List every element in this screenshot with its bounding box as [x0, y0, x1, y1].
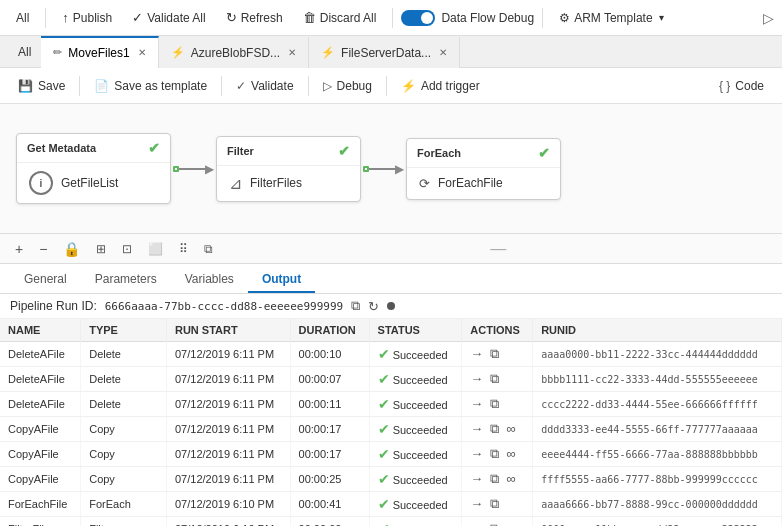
- action-sep-3: [308, 76, 309, 96]
- fit-view2-button[interactable]: ⊡: [117, 240, 137, 258]
- grid-mode-button[interactable]: ⠿: [174, 240, 193, 258]
- publish-button[interactable]: ↑ Publish: [54, 6, 120, 29]
- action-view-7[interactable]: →: [470, 521, 483, 526]
- cell-name-1: DeleteAFile: [0, 367, 81, 392]
- node-get-metadata[interactable]: Get Metadata ✔ i GetFileList: [16, 133, 171, 204]
- save-button[interactable]: 💾 Save: [8, 74, 75, 98]
- discard-all-button[interactable]: 🗑 Discard All: [295, 6, 385, 29]
- cell-duration-1: 00:00:07: [290, 367, 369, 392]
- tab-parameters[interactable]: Parameters: [81, 267, 171, 293]
- status-success-icon: ✔: [378, 471, 390, 487]
- cell-type-7: Filter: [81, 517, 167, 527]
- action-copy-0[interactable]: ⧉: [490, 346, 499, 361]
- refresh-label: Refresh: [241, 11, 283, 25]
- refresh-run-icon[interactable]: ↻: [368, 299, 379, 314]
- node-filter[interactable]: Filter ✔ ⊿ FilterFiles: [216, 136, 361, 202]
- save-as-template-button[interactable]: 📄 Save as template: [84, 74, 217, 98]
- node-filter-check: ✔: [338, 143, 350, 159]
- action-view-0[interactable]: →: [470, 346, 483, 361]
- cell-actions-7[interactable]: → ⧉: [462, 517, 533, 527]
- refresh-button[interactable]: ↻ Refresh: [218, 6, 291, 29]
- separator2: [392, 8, 393, 28]
- node-get-metadata-title: Get Metadata: [27, 142, 96, 154]
- cell-status-5: ✔ Succeeded: [369, 467, 462, 492]
- all-button[interactable]: All: [8, 7, 37, 29]
- action-copy-6[interactable]: ⧉: [490, 496, 499, 511]
- code-button[interactable]: { } Code: [709, 74, 774, 98]
- action-copy-5[interactable]: ⧉: [490, 471, 499, 486]
- validate-button[interactable]: ✓ Validate: [226, 74, 303, 98]
- data-flow-debug-toggle[interactable]: Data Flow Debug: [401, 10, 534, 26]
- drag-handle-icon: —: [490, 240, 506, 258]
- validate-all-button[interactable]: ✓ Validate All: [124, 6, 213, 29]
- zoom-out-button[interactable]: −: [34, 239, 52, 259]
- add-trigger-button[interactable]: ⚡ Add trigger: [391, 74, 490, 98]
- action-copy-2[interactable]: ⧉: [490, 396, 499, 411]
- tab-azureblob-close[interactable]: ✕: [288, 47, 296, 58]
- action-view-1[interactable]: →: [470, 371, 483, 386]
- status-success-icon: ✔: [378, 371, 390, 387]
- tab-fileserver[interactable]: ⚡ FileServerData... ✕: [309, 36, 460, 68]
- all-tab[interactable]: All: [8, 36, 41, 68]
- canvas-handle: —: [224, 240, 772, 258]
- cell-run-start-2: 07/12/2019 6:11 PM: [166, 392, 290, 417]
- tab-general[interactable]: General: [10, 267, 81, 293]
- zoom-in-button[interactable]: +: [10, 239, 28, 259]
- tab-variables[interactable]: Variables: [171, 267, 248, 293]
- action-loop-3[interactable]: ∞: [506, 421, 515, 436]
- connector-2: ▶: [363, 162, 404, 176]
- cell-actions-2[interactable]: → ⧉: [462, 392, 533, 417]
- cell-status-1: ✔ Succeeded: [369, 367, 462, 392]
- action-sep-1: [79, 76, 80, 96]
- debug-button[interactable]: ▷ Debug: [313, 74, 382, 98]
- action-view-4[interactable]: →: [470, 446, 483, 461]
- action-copy-1[interactable]: ⧉: [490, 371, 499, 386]
- lock-button[interactable]: 🔒: [58, 239, 85, 259]
- table-row: FilterFiles Filter 07/12/2019 6:10 PM 00…: [0, 517, 782, 527]
- cell-actions-5[interactable]: → ⧉ ∞: [462, 467, 533, 492]
- action-view-5[interactable]: →: [470, 471, 483, 486]
- select-mode-button[interactable]: ⬜: [143, 240, 168, 258]
- action-view-6[interactable]: →: [470, 496, 483, 511]
- tab-movefiles[interactable]: ✏ MoveFiles1 ✕: [41, 36, 158, 68]
- cell-actions-1[interactable]: → ⧉: [462, 367, 533, 392]
- status-success-icon: ✔: [378, 396, 390, 412]
- compress-mode-button[interactable]: ⧉: [199, 240, 218, 258]
- tab-fileserver-close[interactable]: ✕: [439, 47, 447, 58]
- cell-actions-6[interactable]: → ⧉: [462, 492, 533, 517]
- cell-actions-3[interactable]: → ⧉ ∞: [462, 417, 533, 442]
- tab-azureblob[interactable]: ⚡ AzureBlobFSD... ✕: [159, 36, 309, 68]
- tab-movefiles-close[interactable]: ✕: [138, 47, 146, 58]
- pipeline-run-label: Pipeline Run ID:: [10, 299, 97, 313]
- arm-template-button[interactable]: ⚙ ARM Template ▾: [551, 7, 671, 29]
- cell-runid-0: aaaa0000-bb11-2222-33cc-444444dddddd: [533, 342, 782, 367]
- template-icon: 📄: [94, 79, 109, 93]
- col-status: STATUS: [369, 319, 462, 342]
- action-loop-4[interactable]: ∞: [506, 446, 515, 461]
- scrollable-table[interactable]: NAME TYPE RUN START DURATION STATUS ACTI…: [0, 319, 782, 526]
- col-run-start: RUN START: [166, 319, 290, 342]
- cell-status-4: ✔ Succeeded: [369, 442, 462, 467]
- cell-actions-4[interactable]: → ⧉ ∞: [462, 442, 533, 467]
- fit-view-button[interactable]: ⊞: [91, 240, 111, 258]
- status-success-icon: ✔: [378, 446, 390, 462]
- copy-icon[interactable]: ⧉: [351, 298, 360, 314]
- tab-azureblob-label: AzureBlobFSD...: [191, 46, 280, 60]
- tab-output[interactable]: Output: [248, 267, 315, 293]
- action-view-2[interactable]: →: [470, 396, 483, 411]
- cell-name-4: CopyAFile: [0, 442, 81, 467]
- node-foreach[interactable]: ForEach ✔ ⟳ ForEachFile: [406, 138, 561, 200]
- cell-status-6: ✔ Succeeded: [369, 492, 462, 517]
- action-bar: 💾 Save 📄 Save as template ✓ Validate ▷ D…: [0, 68, 782, 104]
- action-loop-5[interactable]: ∞: [506, 471, 515, 486]
- run-button[interactable]: ▷: [763, 10, 774, 26]
- toggle-track[interactable]: [401, 10, 435, 26]
- action-copy-7[interactable]: ⧉: [490, 521, 499, 526]
- cell-name-7: FilterFiles: [0, 517, 81, 527]
- action-copy-3[interactable]: ⧉: [490, 421, 499, 436]
- action-copy-4[interactable]: ⧉: [490, 446, 499, 461]
- code-label: Code: [735, 79, 764, 93]
- action-view-3[interactable]: →: [470, 421, 483, 436]
- tab-fileserver-label: FileServerData...: [341, 46, 431, 60]
- cell-actions-0[interactable]: → ⧉: [462, 342, 533, 367]
